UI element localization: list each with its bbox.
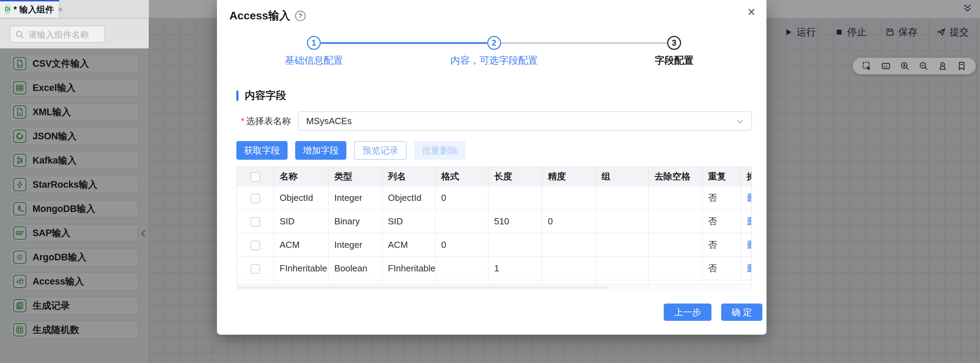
one-to-one-icon[interactable]: 1:1 bbox=[881, 61, 891, 71]
sidebar-item-random-number[interactable]: 生成随机数 bbox=[10, 321, 138, 339]
table-cell bbox=[595, 280, 649, 285]
action-button-primary[interactable]: 获取字段 bbox=[236, 141, 288, 160]
play-button[interactable]: 运行 bbox=[783, 25, 816, 39]
column-header: 去除空格 bbox=[649, 167, 702, 186]
table-row: ACMIntegerACM0否删除 bbox=[237, 233, 752, 257]
sidebar-item-starrocks[interactable]: StarRocks输入 bbox=[10, 176, 138, 193]
delete-link[interactable]: 删除 bbox=[747, 263, 752, 273]
collapse-sidebar-icon[interactable] bbox=[138, 228, 149, 239]
table-cell bbox=[542, 186, 595, 209]
scrollbar-thumb[interactable] bbox=[237, 287, 608, 288]
stop-button[interactable]: 停止 bbox=[835, 25, 867, 39]
sidebar-item-generate-records[interactable]: 生成记录 bbox=[10, 296, 138, 315]
previous-step-button[interactable]: 上一步 bbox=[664, 304, 711, 321]
table-name-select[interactable]: MSysACEs bbox=[298, 111, 752, 131]
table-cell: Integer bbox=[328, 186, 382, 209]
table-cell bbox=[595, 257, 649, 280]
action-button-outline[interactable]: 预览记录 bbox=[354, 141, 407, 160]
svg-text:SAP: SAP bbox=[17, 232, 22, 235]
double-chevron-down-icon[interactable] bbox=[962, 3, 973, 14]
di-badge: DI bbox=[5, 4, 10, 14]
sidebar-item-label: SAP输入 bbox=[33, 227, 71, 239]
row-checkbox[interactable] bbox=[251, 264, 260, 274]
csv-file-icon: CSV bbox=[13, 57, 26, 70]
argodb-icon bbox=[13, 250, 26, 264]
row-checkbox[interactable] bbox=[251, 217, 260, 227]
column-header: 精度 bbox=[542, 167, 595, 186]
play-icon bbox=[783, 27, 793, 37]
table-cell bbox=[435, 209, 488, 233]
table-cell: 1 bbox=[488, 257, 542, 280]
table-cell bbox=[542, 233, 595, 257]
sidebar-item-csv-file[interactable]: CSVCSV文件输入 bbox=[10, 55, 138, 73]
table-name-value: MSysACEs bbox=[299, 116, 352, 127]
sidebar-item-excel[interactable]: Excel输入 bbox=[10, 79, 138, 97]
canvas-tools-pill: 1:1 bbox=[853, 58, 976, 75]
table-cell bbox=[702, 280, 741, 285]
table-cell: 0 bbox=[542, 209, 595, 233]
sidebar-item-label: ArgoDB输入 bbox=[33, 251, 86, 263]
save-button[interactable]: 保存 bbox=[885, 25, 918, 39]
action-button-primary[interactable]: 增加字段 bbox=[295, 141, 347, 160]
table-cell bbox=[542, 280, 595, 285]
table-cell: ObjectId bbox=[382, 186, 435, 209]
toolbar-button-label: 保存 bbox=[898, 25, 918, 39]
table-cell: 否 bbox=[702, 233, 741, 257]
table-cell bbox=[649, 186, 702, 209]
table-cell: Integer bbox=[328, 233, 382, 257]
marquee-select-icon[interactable] bbox=[862, 61, 872, 71]
step-1[interactable]: 1基础信息配置 bbox=[307, 36, 321, 50]
table-cell bbox=[741, 280, 752, 285]
zoom-out-icon[interactable] bbox=[918, 61, 929, 71]
help-icon[interactable]: ? bbox=[295, 11, 305, 21]
dialog-title: Access输入 bbox=[229, 8, 290, 24]
table-row: ObjectIdIntegerObjectId0否删除 bbox=[237, 186, 752, 209]
tab-input-components[interactable]: DI * 输入组件 × bbox=[0, 0, 59, 17]
table-cell bbox=[595, 233, 649, 257]
sidebar-item-xml-file[interactable]: xXML输入 bbox=[10, 103, 138, 121]
stop-icon bbox=[835, 28, 844, 36]
table-cell bbox=[488, 280, 542, 285]
table-cell: FInheritable bbox=[382, 257, 435, 280]
dialog-close-icon[interactable]: × bbox=[748, 5, 756, 19]
table-cell bbox=[488, 233, 542, 257]
delete-link[interactable]: 删除 bbox=[747, 193, 752, 203]
table-row: SIDBinarySID5100否删除 bbox=[237, 209, 752, 233]
sidebar-item-label: Excel输入 bbox=[33, 82, 76, 94]
column-header: 长度 bbox=[488, 167, 542, 186]
step-3[interactable]: 3字段配置 bbox=[667, 36, 681, 50]
component-list: CSVCSV文件输入Excel输入xXML输入JSON输入Kafka输入Star… bbox=[0, 55, 149, 363]
table-row-partial bbox=[237, 280, 752, 285]
row-checkbox[interactable] bbox=[251, 241, 260, 250]
search-input[interactable] bbox=[28, 26, 102, 43]
sidebar-item-label: 生成随机数 bbox=[33, 323, 79, 336]
table-cell: ACM bbox=[382, 233, 435, 257]
step-number: 2 bbox=[487, 36, 501, 50]
row-checkbox[interactable] bbox=[251, 193, 260, 203]
sidebar-item-json[interactable]: JSON输入 bbox=[10, 127, 138, 145]
tab-close-icon[interactable]: × bbox=[58, 4, 63, 15]
select-all-checkbox[interactable] bbox=[251, 172, 260, 182]
bookmark-icon[interactable] bbox=[956, 61, 967, 71]
sidebar-item-kafka[interactable]: Kafka输入 bbox=[10, 151, 138, 170]
send-button[interactable]: 提交 bbox=[936, 25, 969, 39]
search-icon bbox=[14, 29, 25, 40]
step-2[interactable]: 2内容，可选字段配置 bbox=[487, 36, 501, 50]
table-horizontal-scrollbar[interactable] bbox=[236, 285, 752, 290]
section-accent-bar bbox=[236, 90, 239, 101]
locate-icon[interactable] bbox=[937, 61, 948, 71]
table-cell: Boolean bbox=[328, 257, 382, 280]
sidebar-item-sap[interactable]: SAPSAP输入 bbox=[10, 224, 138, 242]
table-cell: 否 bbox=[702, 257, 741, 280]
delete-link[interactable]: 删除 bbox=[747, 216, 752, 227]
send-icon bbox=[936, 27, 946, 37]
delete-link[interactable]: 删除 bbox=[747, 239, 752, 250]
step-number: 1 bbox=[307, 36, 321, 50]
sidebar-item-access[interactable]: AAccess输入 bbox=[10, 273, 138, 290]
confirm-button[interactable]: 确 定 bbox=[721, 304, 762, 321]
sidebar-item-mongodb[interactable]: DBMongoDB输入 bbox=[10, 200, 138, 218]
zoom-in-icon[interactable] bbox=[900, 61, 910, 71]
sidebar-item-argodb[interactable]: ArgoDB输入 bbox=[10, 248, 138, 266]
sidebar-item-label: StarRocks输入 bbox=[33, 178, 98, 191]
table-cell: FInheritable bbox=[274, 257, 328, 280]
